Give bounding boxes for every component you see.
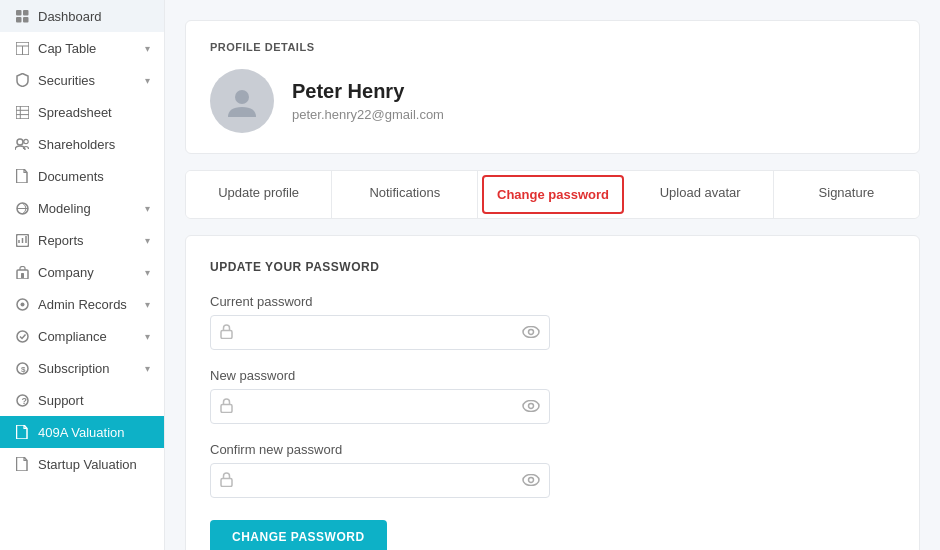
tabs-bar: Update profile Notifications Change pass… xyxy=(185,170,920,219)
confirm-password-group: Confirm new password xyxy=(210,442,895,498)
lock-icon xyxy=(220,398,233,416)
new-password-label: New password xyxy=(210,368,895,383)
current-password-group: Current password xyxy=(210,294,895,350)
tab-change-password[interactable]: Change password xyxy=(482,175,623,214)
chevron-down-icon: ▾ xyxy=(145,331,150,342)
shareholders-icon xyxy=(14,136,30,152)
valuation-icon xyxy=(14,424,30,440)
sidebar-item-label: Documents xyxy=(38,169,104,184)
sidebar-item-label: Modeling xyxy=(38,201,91,216)
avatar xyxy=(210,69,274,133)
confirm-password-label: Confirm new password xyxy=(210,442,895,457)
spreadsheet-icon xyxy=(14,104,30,120)
svg-point-33 xyxy=(529,403,534,408)
chevron-down-icon: ▾ xyxy=(145,203,150,214)
svg-point-29 xyxy=(523,326,539,337)
startup-icon xyxy=(14,456,30,472)
sidebar-item-label: Support xyxy=(38,393,84,408)
sidebar-item-modeling[interactable]: Modeling ▾ xyxy=(0,192,164,224)
eye-icon[interactable] xyxy=(522,472,540,490)
sidebar-item-label: Company xyxy=(38,265,94,280)
subscription-icon: $ xyxy=(14,360,30,376)
sidebar-item-label: Compliance xyxy=(38,329,107,344)
eye-icon[interactable] xyxy=(522,324,540,342)
profile-name: Peter Henry xyxy=(292,80,444,103)
change-password-button[interactable]: CHANGE PASSWORD xyxy=(210,520,387,550)
svg-rect-2 xyxy=(16,17,22,23)
chevron-down-icon: ▾ xyxy=(145,363,150,374)
documents-icon xyxy=(14,168,30,184)
svg-text:?: ? xyxy=(21,396,27,406)
svg-point-36 xyxy=(529,477,534,482)
sidebar-item-shareholders[interactable]: Shareholders xyxy=(0,128,164,160)
table-icon xyxy=(14,40,30,56)
svg-rect-7 xyxy=(16,106,29,119)
lock-icon xyxy=(220,472,233,490)
tab-update-profile[interactable]: Update profile xyxy=(186,171,332,218)
sidebar-item-label: Shareholders xyxy=(38,137,115,152)
profile-info: Peter Henry peter.henry22@gmail.com xyxy=(210,69,895,133)
support-icon: ? xyxy=(14,392,30,408)
profile-section-title: PROFILE DETAILS xyxy=(210,41,895,53)
svg-rect-1 xyxy=(23,10,29,16)
sidebar-item-label: Spreadsheet xyxy=(38,105,112,120)
profile-details: Peter Henry peter.henry22@gmail.com xyxy=(292,80,444,122)
svg-point-30 xyxy=(529,329,534,334)
sidebar-item-label: Subscription xyxy=(38,361,110,376)
new-password-wrapper xyxy=(210,389,550,424)
svg-rect-28 xyxy=(221,330,232,338)
svg-point-12 xyxy=(24,139,28,143)
sidebar-item-support[interactable]: ? Support xyxy=(0,384,164,416)
svg-rect-31 xyxy=(221,404,232,412)
sidebar-item-spreadsheet[interactable]: Spreadsheet xyxy=(0,96,164,128)
sidebar-item-reports[interactable]: Reports ▾ xyxy=(0,224,164,256)
company-icon xyxy=(14,264,30,280)
sidebar-item-subscription[interactable]: $ Subscription ▾ xyxy=(0,352,164,384)
grid-icon xyxy=(14,8,30,24)
sidebar-item-securities[interactable]: Securities ▾ xyxy=(0,64,164,96)
confirm-password-wrapper xyxy=(210,463,550,498)
main-content: PROFILE DETAILS Peter Henry peter.henry2… xyxy=(165,0,940,550)
sidebar-item-label: Securities xyxy=(38,73,95,88)
tab-upload-avatar[interactable]: Upload avatar xyxy=(628,171,774,218)
compliance-icon xyxy=(14,328,30,344)
sidebar-item-admin-records[interactable]: Admin Records ▾ xyxy=(0,288,164,320)
sidebar-item-company[interactable]: Company ▾ xyxy=(0,256,164,288)
admin-icon xyxy=(14,296,30,312)
chevron-down-icon: ▾ xyxy=(145,43,150,54)
tab-notifications[interactable]: Notifications xyxy=(332,171,478,218)
sidebar: Dashboard Cap Table ▾ Securities ▾ Sprea… xyxy=(0,0,165,550)
new-password-group: New password xyxy=(210,368,895,424)
chevron-down-icon: ▾ xyxy=(145,267,150,278)
sidebar-item-cap-table[interactable]: Cap Table ▾ xyxy=(0,32,164,64)
chevron-down-icon: ▾ xyxy=(145,75,150,86)
svg-point-11 xyxy=(17,139,23,145)
confirm-password-input[interactable] xyxy=(210,463,550,498)
chevron-down-icon: ▾ xyxy=(145,235,150,246)
sidebar-item-dashboard[interactable]: Dashboard xyxy=(0,0,164,32)
svg-text:$: $ xyxy=(21,364,26,373)
svg-point-35 xyxy=(523,474,539,485)
new-password-input[interactable] xyxy=(210,389,550,424)
chevron-down-icon: ▾ xyxy=(145,299,150,310)
svg-rect-34 xyxy=(221,478,232,486)
sidebar-item-409a-valuation[interactable]: 409A Valuation xyxy=(0,416,164,448)
current-password-input[interactable] xyxy=(210,315,550,350)
sidebar-item-documents[interactable]: Documents xyxy=(0,160,164,192)
sidebar-item-label: Cap Table xyxy=(38,41,96,56)
sidebar-item-label: Reports xyxy=(38,233,84,248)
sidebar-item-label: Admin Records xyxy=(38,297,127,312)
tab-signature[interactable]: Signature xyxy=(774,171,919,218)
eye-icon[interactable] xyxy=(522,398,540,416)
password-form-card: UPDATE YOUR PASSWORD Current password Ne… xyxy=(185,235,920,550)
sidebar-item-label: 409A Valuation xyxy=(38,425,125,440)
svg-rect-0 xyxy=(16,10,22,16)
svg-rect-3 xyxy=(23,17,29,23)
sidebar-item-label: Startup Valuation xyxy=(38,457,137,472)
securities-icon xyxy=(14,72,30,88)
modeling-icon xyxy=(14,200,30,216)
svg-point-21 xyxy=(20,302,24,306)
sidebar-item-compliance[interactable]: Compliance ▾ xyxy=(0,320,164,352)
sidebar-item-startup-valuation[interactable]: Startup Valuation xyxy=(0,448,164,480)
svg-rect-19 xyxy=(21,273,24,278)
